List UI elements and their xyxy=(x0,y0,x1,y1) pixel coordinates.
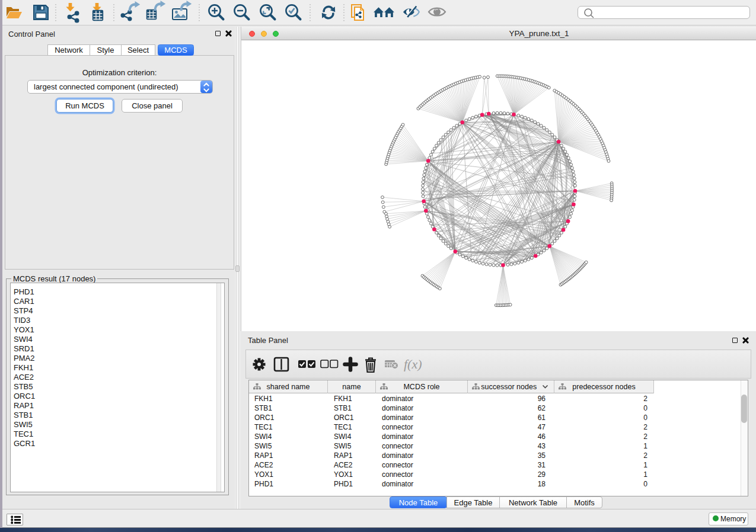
svg-text:f(x): f(x) xyxy=(404,357,422,371)
